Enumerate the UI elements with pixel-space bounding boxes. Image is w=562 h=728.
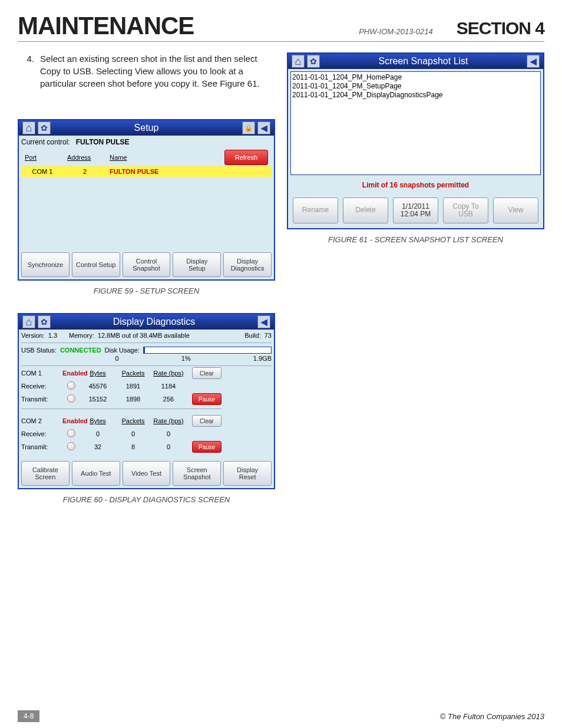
- com1-receive-label: Receive:: [21, 383, 62, 390]
- snapshot-list-panel: Screen Snapshot List 2011-01-01_1204_PM_…: [287, 52, 544, 229]
- col-address: Address: [64, 150, 106, 166]
- page-title: MAINTENANCE: [18, 12, 194, 40]
- version-label: Version:: [21, 332, 45, 339]
- com2-pause-button[interactable]: Pause: [192, 441, 222, 453]
- com1-transmit-label: Transmit:: [21, 396, 62, 403]
- home-icon[interactable]: [22, 121, 35, 134]
- display-diagnostics-button[interactable]: Display Diagnostics: [223, 252, 272, 277]
- led-icon: [67, 381, 75, 390]
- datetime-display: 1/1/2011 12:04 PM: [393, 197, 438, 223]
- hdr-rate: Rate (bps): [151, 417, 186, 424]
- rename-button[interactable]: Rename: [293, 197, 338, 223]
- disk-zero: 0: [115, 355, 119, 362]
- display-setup-button[interactable]: Display Setup: [173, 252, 221, 277]
- build-label: Build:: [244, 332, 261, 339]
- com2-section: COM 2 Enabled Bytes Packets Rate (bps) C…: [21, 415, 272, 453]
- delete-button[interactable]: Delete: [343, 197, 388, 223]
- com2-tx-bytes: 32: [80, 443, 115, 450]
- calibrate-screen-button[interactable]: Calibrate Screen: [21, 461, 70, 486]
- disk-usage-label: Disk Usage:: [105, 347, 140, 354]
- synchronize-button[interactable]: Synchronize: [21, 252, 70, 277]
- diag-title: Display Diagnostics: [52, 317, 256, 327]
- com2-rx-packets: 0: [115, 430, 151, 437]
- usb-status-value: CONNECTED: [60, 347, 101, 354]
- step-number: 4.: [18, 52, 40, 90]
- step-text: Select an existing screen shot in the li…: [40, 52, 275, 90]
- cell-name[interactable]: FULTON PULSE: [106, 166, 272, 177]
- refresh-button[interactable]: Refresh: [224, 150, 268, 165]
- home-icon[interactable]: [292, 55, 305, 68]
- com1-rx-bytes: 45576: [80, 383, 115, 390]
- view-button[interactable]: View: [493, 197, 538, 223]
- hdr-packets: Packets: [115, 417, 151, 424]
- current-control-value: FULTON PULSE: [76, 138, 130, 146]
- build-value: 73: [265, 332, 272, 339]
- header-right: PHW-IOM-2013-0214 SECTION 4: [359, 18, 544, 38]
- hdr-rate: Rate (bps): [151, 370, 186, 377]
- com1-clear-button[interactable]: Clear: [192, 367, 222, 379]
- back-icon[interactable]: [257, 315, 270, 328]
- com1-section: COM 1 Enabled Bytes Packets Rate (bps) C…: [21, 367, 272, 410]
- disk-total: 1.9GB: [253, 355, 272, 362]
- com1-enabled: Enabled: [62, 370, 80, 377]
- lock-icon[interactable]: [242, 121, 255, 134]
- com2-rx-bytes: 0: [80, 430, 115, 437]
- com2-enabled: Enabled: [62, 417, 80, 424]
- screen-snapshot-button[interactable]: Screen Snapshot: [173, 461, 221, 486]
- page-footer: 4-8 © The Fulton Companies 2013: [18, 710, 544, 722]
- version-value: 1.3: [48, 332, 57, 339]
- back-icon[interactable]: [527, 55, 540, 68]
- section-label: SECTION 4: [457, 18, 544, 38]
- doc-id: PHW-IOM-2013-0214: [359, 27, 432, 36]
- cell-port[interactable]: COM 1: [21, 166, 64, 177]
- led-icon: [67, 394, 75, 403]
- memory-value: 12.8MB out of 38.4MB available: [98, 332, 190, 339]
- instruction-step: 4. Select an existing screen shot in the…: [18, 52, 275, 90]
- com1-pause-button[interactable]: Pause: [192, 393, 222, 405]
- com2-receive-label: Receive:: [21, 430, 62, 437]
- com2-clear-button[interactable]: Clear: [192, 415, 222, 427]
- gear-icon[interactable]: [38, 315, 51, 328]
- snap-title: Screen Snapshot List: [321, 56, 525, 67]
- control-setup-button[interactable]: Control Setup: [72, 252, 120, 277]
- com1-tx-bytes: 15152: [80, 396, 115, 403]
- col-port: Port: [21, 150, 64, 166]
- com1-label: COM 1: [21, 370, 62, 377]
- com2-transmit-label: Transmit:: [21, 443, 62, 450]
- setup-panel: Setup Current control: FULTON PULSE Port…: [18, 119, 275, 281]
- current-control-label: Current control:: [21, 138, 70, 146]
- cell-address[interactable]: 2: [64, 166, 106, 177]
- com1-tx-packets: 1898: [115, 396, 151, 403]
- display-reset-button[interactable]: Display Reset: [223, 461, 272, 486]
- com2-rx-rate: 0: [151, 430, 186, 437]
- hdr-packets: Packets: [115, 370, 151, 377]
- copyright: © The Fulton Companies 2013: [440, 712, 544, 721]
- video-test-button[interactable]: Video Test: [123, 461, 171, 486]
- list-item[interactable]: 2011-01-01_1204_PM_DisplayDiagnosticsPag…: [292, 91, 539, 100]
- hdr-bytes: Bytes: [80, 417, 115, 424]
- memory-label: Memory:: [69, 332, 94, 339]
- setup-panel-header: Setup: [19, 120, 274, 136]
- com2-tx-rate: 0: [151, 443, 186, 450]
- snapshot-limit-text: Limit of 16 snapshots permitted: [290, 181, 541, 189]
- home-icon[interactable]: [22, 315, 35, 328]
- copy-to-usb-button[interactable]: Copy To USB: [443, 197, 488, 223]
- audio-test-button[interactable]: Audio Test: [72, 461, 120, 486]
- figure59-caption: FIGURE 59 - SETUP SCREEN: [18, 286, 275, 295]
- col-name: Name: [106, 150, 221, 166]
- gear-icon[interactable]: [307, 55, 320, 68]
- diagnostics-panel: Display Diagnostics Version: 1.3 Memory:…: [18, 313, 275, 489]
- list-item[interactable]: 2011-01-01_1204_PM_HomePage: [292, 73, 539, 82]
- control-snapshot-button[interactable]: Control Snapshot: [123, 252, 171, 277]
- disk-pct: 1%: [123, 355, 250, 362]
- back-icon[interactable]: [257, 121, 270, 134]
- page-number: 4-8: [18, 710, 39, 722]
- gear-icon[interactable]: [38, 121, 51, 134]
- list-item[interactable]: 2011-01-01_1204_PM_SetupPage: [292, 82, 539, 91]
- com2-tx-packets: 8: [115, 443, 151, 450]
- snap-panel-header: Screen Snapshot List: [288, 54, 543, 69]
- usb-status-label: USB Status:: [21, 347, 57, 354]
- led-icon: [67, 442, 75, 450]
- led-icon: [67, 429, 75, 437]
- snapshot-list[interactable]: 2011-01-01_1204_PM_HomePage 2011-01-01_1…: [290, 71, 541, 175]
